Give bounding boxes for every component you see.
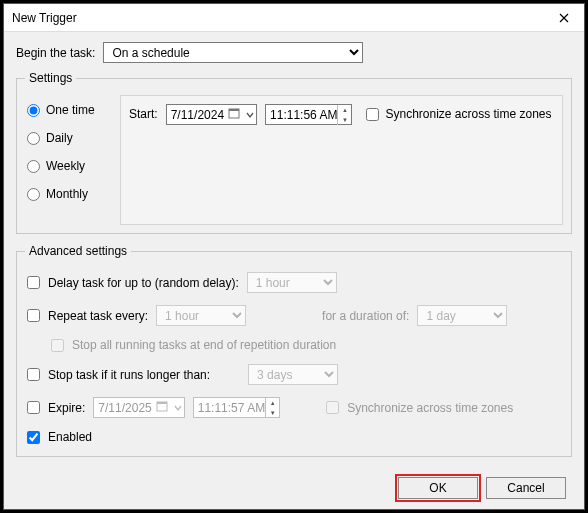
begin-task-select[interactable]: On a schedule xyxy=(103,42,363,63)
repeat-select[interactable]: 1 hour xyxy=(156,305,246,326)
spin-up-icon[interactable]: ▲ xyxy=(338,105,351,115)
advanced-group: Advanced settings Delay task for up to (… xyxy=(16,244,572,457)
chevron-down-icon xyxy=(174,401,182,415)
radio-weekly-input[interactable] xyxy=(27,160,40,173)
dialog-body: Begin the task: On a schedule Settings O… xyxy=(4,32,584,513)
dialog-window: New Trigger Begin the task: On a schedul… xyxy=(3,3,585,510)
delay-checkbox[interactable] xyxy=(27,276,40,289)
spin-down-icon[interactable]: ▼ xyxy=(338,115,351,125)
stop-if-longer-label: Stop task if it runs longer than: xyxy=(48,368,210,382)
start-date-picker[interactable]: 7/11/2024 xyxy=(166,104,257,125)
ok-button[interactable]: OK xyxy=(398,477,478,499)
repeat-checkbox[interactable] xyxy=(27,309,40,322)
radio-daily-label: Daily xyxy=(46,131,73,145)
advanced-legend: Advanced settings xyxy=(25,244,131,258)
window-title: New Trigger xyxy=(12,11,77,25)
radio-monthly-label: Monthly xyxy=(46,187,88,201)
delay-select[interactable]: 1 hour xyxy=(247,272,337,293)
duration-select[interactable]: 1 day xyxy=(417,305,507,326)
calendar-icon xyxy=(228,107,240,122)
schedule-radio-group: One time Daily Weekly Monthly xyxy=(25,95,110,225)
titlebar: New Trigger xyxy=(4,4,584,32)
stop-running-row: Stop all running tasks at end of repetit… xyxy=(51,338,561,352)
settings-group: Settings One time Daily Weekly xyxy=(16,71,572,234)
expire-date-value: 7/11/2025 xyxy=(98,401,151,415)
expire-date-picker[interactable]: 7/11/2025 xyxy=(93,397,184,418)
stop-running-label: Stop all running tasks at end of repetit… xyxy=(72,338,336,352)
spin-down-icon[interactable]: ▼ xyxy=(266,408,279,418)
start-panel: Start: 7/11/2024 11:11:56 AM ▲ xyxy=(120,95,563,225)
calendar-icon xyxy=(156,400,168,415)
expire-time-spin[interactable]: ▲ ▼ xyxy=(265,398,279,418)
enabled-label: Enabled xyxy=(48,430,92,444)
enabled-checkbox[interactable] xyxy=(27,431,40,444)
sync-timezones[interactable]: Synchronize across time zones xyxy=(366,107,551,121)
expire-row: Expire: 7/11/2025 11:11:57 AM ▲ xyxy=(27,397,561,418)
expire-time-picker[interactable]: 11:11:57 AM ▲ ▼ xyxy=(193,397,280,418)
radio-one-time-input[interactable] xyxy=(27,104,40,117)
radio-daily[interactable]: Daily xyxy=(27,131,104,145)
begin-row: Begin the task: On a schedule xyxy=(16,42,572,63)
radio-monthly-input[interactable] xyxy=(27,188,40,201)
sync-timezones-label: Synchronize across time zones xyxy=(385,107,551,121)
start-date-value: 7/11/2024 xyxy=(171,108,224,122)
sync-timezones-checkbox[interactable] xyxy=(366,108,379,121)
start-label: Start: xyxy=(129,107,158,121)
spin-up-icon[interactable]: ▲ xyxy=(266,398,279,408)
stop-if-longer-select[interactable]: 3 days xyxy=(248,364,338,385)
stop-if-longer-checkbox[interactable] xyxy=(27,368,40,381)
svg-rect-1 xyxy=(229,109,239,111)
delay-row: Delay task for up to (random delay): 1 h… xyxy=(27,272,561,293)
repeat-label: Repeat task every: xyxy=(48,309,148,323)
expire-checkbox[interactable] xyxy=(27,401,40,414)
expire-sync-checkbox xyxy=(326,401,339,414)
chevron-down-icon xyxy=(246,108,254,122)
expire-time-value: 11:11:57 AM xyxy=(198,401,265,415)
radio-one-time[interactable]: One time xyxy=(27,103,104,117)
start-time-value: 11:11:56 AM xyxy=(270,108,337,122)
expire-sync-label: Synchronize across time zones xyxy=(347,401,513,415)
begin-label: Begin the task: xyxy=(16,46,95,60)
settings-legend: Settings xyxy=(25,71,76,85)
expire-label: Expire: xyxy=(48,401,85,415)
close-icon xyxy=(559,13,569,23)
stop-if-longer-row: Stop task if it runs longer than: 3 days xyxy=(27,364,561,385)
radio-one-time-label: One time xyxy=(46,103,95,117)
button-row: OK Cancel xyxy=(16,467,572,503)
enabled-row: Enabled xyxy=(27,430,561,444)
time-spin[interactable]: ▲ ▼ xyxy=(337,105,351,125)
radio-monthly[interactable]: Monthly xyxy=(27,187,104,201)
duration-label: for a duration of: xyxy=(322,309,409,323)
close-button[interactable] xyxy=(544,4,584,32)
cancel-button[interactable]: Cancel xyxy=(486,477,566,499)
start-time-picker[interactable]: 11:11:56 AM ▲ ▼ xyxy=(265,104,352,125)
radio-daily-input[interactable] xyxy=(27,132,40,145)
svg-rect-3 xyxy=(157,402,167,404)
radio-weekly-label: Weekly xyxy=(46,159,85,173)
stop-running-checkbox xyxy=(51,339,64,352)
delay-label: Delay task for up to (random delay): xyxy=(48,276,239,290)
radio-weekly[interactable]: Weekly xyxy=(27,159,104,173)
repeat-row: Repeat task every: 1 hour for a duration… xyxy=(27,305,561,326)
